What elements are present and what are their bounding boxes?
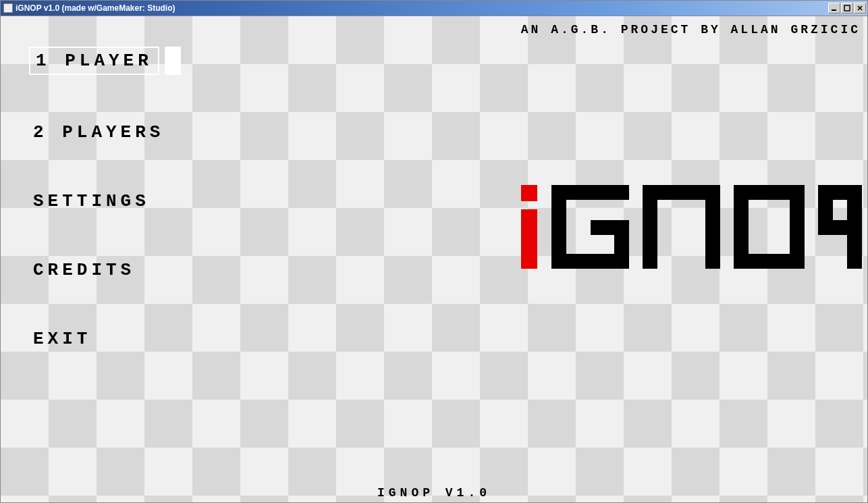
logo-svg — [518, 185, 862, 273]
svg-rect-2 — [521, 185, 537, 201]
close-icon — [857, 5, 863, 11]
window-title: iGNOP v1.0 (made w/GameMaker: Studio) — [16, 3, 175, 13]
svg-rect-1 — [844, 5, 850, 11]
svg-rect-18 — [818, 185, 833, 235]
app-icon — [3, 3, 13, 13]
maximize-button[interactable] — [841, 3, 853, 14]
menu-item-label: SETTINGS — [33, 191, 150, 211]
maximize-icon — [844, 5, 850, 11]
menu-item-label: CREDITS — [33, 260, 135, 280]
svg-rect-15 — [790, 185, 805, 269]
credit-text: AN A.G.B. PROJECT BY ALLAN GRZICIC — [521, 23, 861, 36]
titlebar: iGNOP v1.0 (made w/GameMaker: Studio) — [1, 1, 867, 16]
menu-item-credits[interactable]: CREDITS — [29, 259, 139, 282]
menu-item-2-players[interactable]: 2 PLAYERS — [29, 121, 168, 144]
close-button[interactable] — [854, 3, 866, 14]
footer-text: IGNOP V1.0 — [1, 486, 867, 500]
svg-rect-19 — [847, 185, 862, 269]
svg-rect-14 — [734, 185, 749, 269]
game-area: AN A.G.B. PROJECT BY ALLAN GRZICIC 1 PLA… — [1, 16, 867, 502]
window-controls — [828, 3, 867, 14]
minimize-icon — [831, 5, 838, 11]
svg-rect-3 — [521, 209, 537, 269]
menu-item-label: 2 PLAYERS — [33, 122, 164, 142]
svg-rect-0 — [832, 9, 836, 11]
menu-item-exit[interactable]: EXIT — [29, 327, 95, 350]
app-window: iGNOP v1.0 (made w/GameMaker: Studio) AN… — [0, 0, 868, 503]
svg-rect-11 — [705, 185, 720, 269]
minimize-button[interactable] — [828, 3, 840, 14]
svg-rect-8 — [591, 220, 629, 235]
game-logo — [518, 185, 862, 276]
svg-rect-10 — [643, 185, 657, 269]
menu-item-label: EXIT — [33, 329, 91, 349]
menu-item-1-player[interactable]: 1 PLAYER — [29, 47, 159, 75]
main-menu: 1 PLAYER 2 PLAYERS SETTINGS CREDITS EXIT — [29, 47, 168, 396]
menu-item-label: 1 PLAYER — [36, 51, 153, 71]
menu-item-settings[interactable]: SETTINGS — [29, 190, 154, 213]
